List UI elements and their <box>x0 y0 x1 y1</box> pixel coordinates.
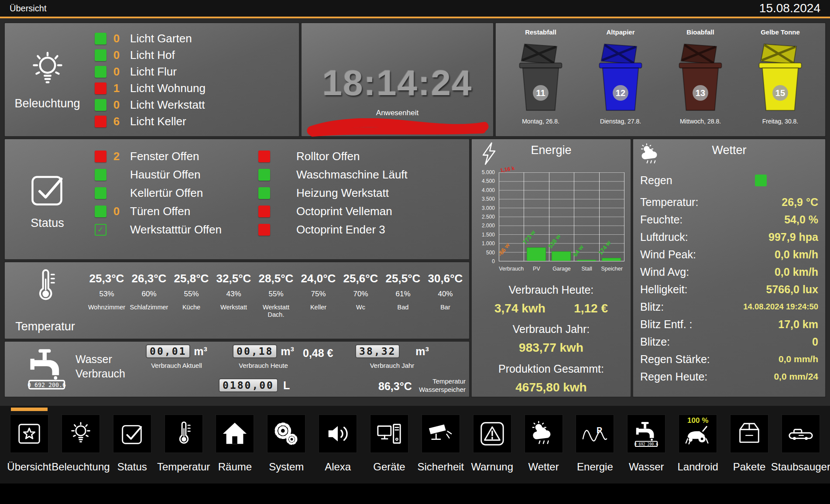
nav-tile[interactable] <box>782 415 820 453</box>
waste-bin: Gelbe Tonne 15 Freitag, 30.8. <box>745 28 815 125</box>
nav-item[interactable]: Räume <box>211 406 259 473</box>
status-row: Waschmaschine Läuft <box>256 165 465 184</box>
nav-item[interactable]: Energie <box>571 406 619 473</box>
nav-item[interactable]: Temperatur <box>160 406 208 473</box>
x-category-label: Stall <box>574 266 600 272</box>
water-year-label: Verbrauch Jahr <box>350 362 435 369</box>
temperature-reading: 25,5°C 61% Bad <box>382 272 424 319</box>
status-label: Octoprint Ender 3 <box>296 223 385 237</box>
light-count: 6 <box>106 115 127 128</box>
light-state-indicator <box>95 49 106 61</box>
y-tick-label: 500 <box>486 250 495 256</box>
nav-item-label: Temperatur <box>157 461 210 473</box>
nav-tile[interactable] <box>422 415 460 453</box>
chart-bar <box>552 251 571 261</box>
room-name: Bad <box>382 304 424 311</box>
weather-row: Helligkeit: 5766,0 lux <box>640 281 818 298</box>
energy-year-value: 983,77 kwh <box>472 341 631 355</box>
temperature-reading: 25,3°C 53% Wohnzimmer <box>86 272 128 319</box>
light-label: Licht Keller <box>130 115 186 128</box>
weather-label: Blitze: <box>640 336 670 348</box>
nav-item[interactable]: Wasser <box>622 406 670 473</box>
light-state-indicator <box>95 82 106 94</box>
nav-item[interactable]: 100 % Landroid <box>674 406 722 473</box>
room-temperature: 25,5°C <box>382 272 424 285</box>
y-tick-label: 1.000 <box>482 240 495 247</box>
room-name: Wohnzimmer <box>86 304 128 311</box>
nav-tile[interactable] <box>165 415 203 453</box>
room-name: Keller <box>297 304 340 311</box>
nav-tile[interactable] <box>10 415 48 453</box>
nav-tile[interactable] <box>576 415 614 453</box>
status-list-left: 2 Fenster Offen Haustür Offen Kellertür … <box>92 147 267 239</box>
room-humidity: 43% <box>213 290 255 298</box>
speaker-icon <box>324 420 351 447</box>
temperature-reading: 25,6°C 70% Wc <box>340 272 382 319</box>
energy-today-kwh: 3,74 kwh <box>494 302 545 315</box>
y-tick-label: 4.500 <box>482 178 495 184</box>
weather-label: Wind Avg: <box>640 266 689 278</box>
nav-item[interactable]: Übersicht <box>5 406 53 473</box>
nav-item[interactable]: Staubsauger <box>777 406 825 473</box>
status-row: Werkstatttür Offen <box>92 220 267 239</box>
water-current-value: 00,01 <box>146 344 190 358</box>
nav-tile[interactable] <box>473 415 511 453</box>
trash-bin-icon: 15 <box>755 37 806 118</box>
nav-item[interactable]: Geräte <box>365 406 413 473</box>
nav-item-label: Wetter <box>528 461 559 473</box>
temperature-panel-title: Temperatur <box>15 320 75 333</box>
nav-item[interactable]: System <box>262 406 310 473</box>
chart-peak-label: 1,16 k <box>500 165 515 174</box>
nav-item-label: Räume <box>218 461 252 473</box>
nav-item-label: Wasser <box>629 461 664 473</box>
nav-tile[interactable] <box>319 415 357 453</box>
energy-today-label: Verbrauch Heute: <box>472 284 631 296</box>
status-row: Octoprint Velleman <box>256 202 465 220</box>
bin-date: Montag, 26.8. <box>522 118 559 125</box>
nav-tile[interactable]: 100 % <box>679 415 717 453</box>
nav-tile[interactable] <box>113 415 151 453</box>
nav-item[interactable]: Status <box>108 406 156 473</box>
status-indicator <box>95 187 106 199</box>
nav-tile[interactable] <box>627 415 665 453</box>
nav-item[interactable]: Warnung <box>468 406 516 473</box>
nav-tile[interactable] <box>525 415 563 453</box>
y-tick-label: 4.000 <box>482 187 495 193</box>
energy-wave-icon <box>581 420 608 447</box>
status-indicator <box>95 206 106 217</box>
nav-item[interactable]: Alexa <box>314 406 362 473</box>
water-liters-unit: L <box>283 379 290 392</box>
nav-item-label: Beleuchtung <box>51 461 110 473</box>
status-row: Haustür Offen <box>92 165 267 184</box>
nav-item[interactable]: Pakete <box>725 406 773 473</box>
room-temperature: 32,5°C <box>213 272 255 285</box>
temperature-reading: 24,0°C 75% Keller <box>297 272 340 319</box>
nav-tile[interactable] <box>730 415 768 453</box>
bar-value-label: 538 w <box>547 233 562 250</box>
weather-row: Temperatur: 26,9 °C <box>640 193 818 211</box>
weather-value: 5766,0 lux <box>766 283 818 296</box>
thermometer-icon <box>27 267 64 305</box>
cctv-camera-icon <box>427 420 454 447</box>
bin-date: Freitag, 30.8. <box>762 118 799 125</box>
bar-value-label: 773 w <box>522 229 537 245</box>
weather-label: Blitz: <box>640 301 664 313</box>
weather-row: Feuchte: 54,0 % <box>640 211 818 228</box>
status-row: Rolltor Offen <box>256 147 465 165</box>
nav-tile[interactable] <box>267 415 305 453</box>
light-state-indicator <box>95 99 106 111</box>
nav-tile[interactable] <box>216 415 254 453</box>
weather-row: Luftdruck: 997,9 hpa <box>640 228 818 246</box>
nav-item[interactable]: Wetter <box>520 406 568 473</box>
nav-item[interactable]: Sicherheit <box>417 406 465 473</box>
nav-tile[interactable] <box>62 415 100 453</box>
weather-value: 0,0 km/h <box>775 248 818 261</box>
package-icon <box>736 420 763 447</box>
nav-tile[interactable] <box>370 415 408 453</box>
room-name: Wc <box>340 304 382 311</box>
status-indicator <box>258 151 270 162</box>
status-icon-block: Status <box>5 139 90 259</box>
nav-item-label: Pakete <box>733 461 766 473</box>
nav-item[interactable]: Beleuchtung <box>57 406 105 473</box>
status-row: Heizung Werkstatt <box>256 184 465 202</box>
